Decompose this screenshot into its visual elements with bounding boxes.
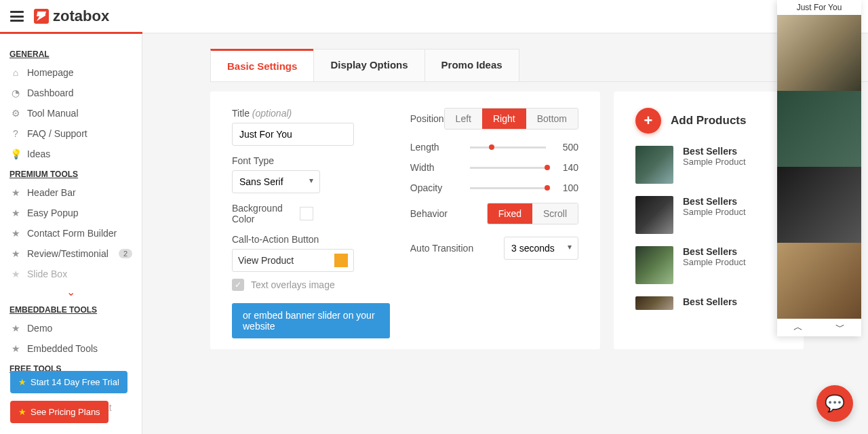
title-input[interactable] bbox=[232, 123, 354, 146]
tab-promo-ideas[interactable]: Promo Ideas bbox=[425, 49, 519, 81]
opacity-label: Opacity bbox=[410, 182, 465, 193]
chat-button[interactable]: 💬 bbox=[816, 385, 853, 422]
tab-display-options[interactable]: Display Options bbox=[313, 49, 425, 81]
font-select[interactable]: Sans Serif bbox=[232, 170, 320, 193]
sidebar-item-contact-form[interactable]: ★Contact Form Builder bbox=[0, 223, 142, 243]
product-item[interactable]: Best Sellers bbox=[635, 296, 782, 310]
logo-icon bbox=[34, 9, 49, 24]
product-item[interactable]: Best SellersSample Product bbox=[635, 196, 782, 234]
auto-transition-select[interactable]: 3 seconds bbox=[504, 237, 578, 260]
hamburger-icon[interactable] bbox=[10, 11, 24, 22]
preview-image[interactable] bbox=[777, 167, 861, 243]
bgcolor-label: Background Color bbox=[232, 203, 286, 224]
sidebar-item-easy-popup[interactable]: ★Easy Popup bbox=[0, 203, 142, 223]
chevron-up-icon[interactable]: ︿ bbox=[793, 321, 803, 334]
add-products-label: Add Products bbox=[671, 114, 746, 127]
preview-image[interactable] bbox=[777, 243, 861, 319]
section-general: GENERAL bbox=[0, 44, 142, 62]
position-bottom[interactable]: Bottom bbox=[526, 108, 578, 129]
star-icon: ★ bbox=[9, 227, 22, 239]
product-thumb bbox=[635, 196, 673, 234]
width-label: Width bbox=[410, 162, 465, 173]
sidebar-item-ideas[interactable]: 💡Ideas bbox=[0, 144, 142, 164]
preview-title: Just For You bbox=[777, 0, 861, 15]
position-right[interactable]: Right bbox=[482, 108, 526, 129]
sidebar-item-review[interactable]: ★Review/Testimonial2 bbox=[0, 243, 142, 264]
embed-button[interactable]: or embed banner slider on your website bbox=[232, 303, 390, 338]
star-icon: ★ bbox=[9, 268, 22, 280]
position-segment: Left Right Bottom bbox=[444, 108, 578, 130]
auto-label: Auto Transition bbox=[410, 243, 473, 254]
product-item[interactable]: Best SellersSample Product bbox=[635, 246, 782, 284]
bgcolor-swatch[interactable] bbox=[300, 207, 313, 220]
badge-count: 2 bbox=[119, 249, 132, 258]
sidebar-item-slide-box[interactable]: ★Slide Box bbox=[0, 264, 142, 284]
free-trial-button[interactable]: ★Start 14 Day Free Trial bbox=[10, 371, 127, 393]
sidebar-item-tool-manual[interactable]: ⚙Tool Manual bbox=[0, 103, 142, 123]
overlay-checkbox[interactable]: ✓ bbox=[232, 279, 244, 291]
opacity-slider[interactable] bbox=[470, 187, 546, 189]
sidebar-item-header-bar[interactable]: ★Header Bar bbox=[0, 182, 142, 203]
star-icon: ★ bbox=[9, 207, 22, 219]
product-thumb bbox=[635, 296, 673, 310]
question-icon: ? bbox=[9, 127, 22, 140]
chevron-down-icon[interactable]: ﹀ bbox=[835, 321, 845, 334]
products-panel: + Add Products Best SellersSample Produc… bbox=[614, 92, 804, 349]
behavior-label: Behavior bbox=[410, 208, 448, 219]
font-label: Font Type bbox=[232, 155, 390, 166]
position-label: Position bbox=[410, 113, 444, 124]
behavior-fixed[interactable]: Fixed bbox=[488, 203, 532, 224]
behavior-scroll[interactable]: Scroll bbox=[532, 203, 578, 224]
top-header: zotabox bbox=[0, 0, 868, 34]
settings-panel: Title (optional) Font Type Sans Serif Ba… bbox=[210, 92, 600, 349]
star-icon: ★ bbox=[18, 377, 26, 387]
cta-input[interactable]: View Product bbox=[232, 249, 354, 272]
sidebar: GENERAL ⌂Homepage ◔Dashboard ⚙Tool Manua… bbox=[0, 34, 142, 434]
preview-image[interactable] bbox=[777, 15, 861, 91]
sidebar-item-faq[interactable]: ?FAQ / Support bbox=[0, 123, 142, 144]
home-icon: ⌂ bbox=[9, 66, 22, 79]
star-icon: ★ bbox=[9, 248, 22, 260]
cta-label: Call-to-Action Button bbox=[232, 234, 390, 245]
gear-icon: ⚙ bbox=[9, 107, 22, 119]
bulb-icon: 💡 bbox=[9, 148, 22, 160]
chevron-down-icon[interactable]: ⌄ bbox=[0, 284, 142, 300]
star-icon: ★ bbox=[18, 407, 26, 417]
pricing-button[interactable]: ★See Pricing Plans bbox=[10, 401, 108, 423]
overlay-label: Text overlays image bbox=[251, 279, 335, 290]
star-icon: ★ bbox=[9, 186, 22, 199]
length-slider[interactable] bbox=[470, 146, 546, 149]
product-thumb bbox=[635, 146, 673, 184]
tabs: Basic Settings Display Options Promo Ide… bbox=[210, 49, 868, 82]
gauge-icon: ◔ bbox=[9, 87, 22, 99]
behavior-segment: Fixed Scroll bbox=[487, 203, 578, 224]
main-area: Showcase Slider OFF SAVE Basic Settings … bbox=[142, 34, 868, 434]
add-product-button[interactable]: + bbox=[635, 108, 661, 134]
tab-basic-settings[interactable]: Basic Settings bbox=[210, 49, 314, 81]
sidebar-item-homepage[interactable]: ⌂Homepage bbox=[0, 62, 142, 83]
product-thumb bbox=[635, 246, 673, 284]
preview-slider: Just For You ︿ ﹀ bbox=[777, 0, 861, 336]
sidebar-item-demo[interactable]: ★Demo bbox=[0, 318, 142, 338]
brand-name: zotabox bbox=[53, 7, 109, 25]
star-icon: ★ bbox=[9, 342, 22, 355]
sidebar-item-dashboard[interactable]: ◔Dashboard bbox=[0, 83, 142, 103]
sidebar-item-embedded-tools[interactable]: ★Embedded Tools bbox=[0, 338, 142, 359]
position-left[interactable]: Left bbox=[445, 108, 482, 129]
star-icon: ★ bbox=[9, 322, 22, 334]
preview-image[interactable] bbox=[777, 91, 861, 167]
title-label: Title (optional) bbox=[232, 108, 390, 119]
length-label: Length bbox=[410, 142, 465, 153]
cta-color-swatch[interactable] bbox=[334, 254, 348, 267]
chat-icon: 💬 bbox=[825, 394, 845, 413]
section-embeddable: EMBEDDABLE TOOLS bbox=[0, 300, 142, 318]
width-slider[interactable] bbox=[470, 167, 546, 169]
product-item[interactable]: Best SellersSample Product bbox=[635, 146, 782, 184]
preview-nav: ︿ ﹀ bbox=[777, 319, 861, 336]
logo[interactable]: zotabox bbox=[34, 7, 109, 25]
section-premium: PREMIUM TOOLS bbox=[0, 164, 142, 182]
